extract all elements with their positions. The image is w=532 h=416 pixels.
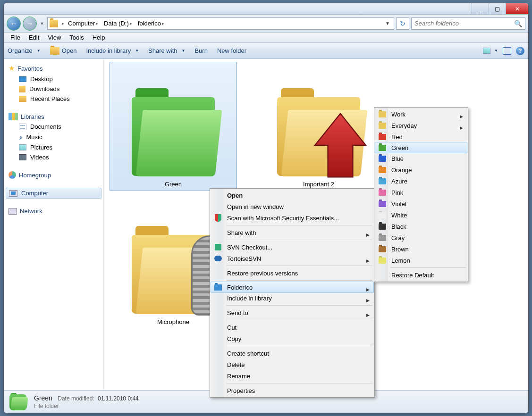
ctx-main-item-svn-checkout[interactable]: SVN Checkout... xyxy=(211,241,373,253)
folder-icon xyxy=(271,88,366,178)
sidebar-item-pictures[interactable]: Pictures xyxy=(6,142,101,152)
ctx-color-item-azure[interactable]: Azure xyxy=(375,175,467,187)
ctx-main-item-restore-previous-versions[interactable]: Restore previous versions xyxy=(211,267,373,279)
sidebar-item-downloads[interactable]: Downloads xyxy=(6,84,101,94)
new-folder-button[interactable]: New folder xyxy=(217,47,246,54)
ctx-main-item-cut[interactable]: Cut xyxy=(211,322,373,333)
ctx-main-item-properties[interactable]: Properties xyxy=(211,385,373,396)
desktop-icon xyxy=(19,76,26,82)
ctx-main-item-open[interactable]: Open xyxy=(211,190,373,201)
ctx-main-item-folderico[interactable]: FolderIco xyxy=(211,282,374,293)
ctx-main-item-include-in-library[interactable]: Include in library xyxy=(211,292,373,304)
preview-pane-button[interactable] xyxy=(503,47,511,55)
sidebar-item-network[interactable]: Network xyxy=(6,206,101,216)
folder-icon xyxy=(50,20,58,27)
folder-tile-green[interactable]: Green xyxy=(110,62,237,191)
nav-forward-button[interactable]: → xyxy=(23,17,37,31)
ctx-color-item-restore-default[interactable]: Restore Default xyxy=(375,269,467,281)
menu-edit[interactable]: Edit xyxy=(25,33,43,42)
color-folder-icon xyxy=(378,133,387,141)
status-item-type: File folder xyxy=(34,403,139,409)
breadcrumb-computer[interactable]: Computer▸ xyxy=(66,19,100,27)
sidebar-item-music[interactable]: ♪Music xyxy=(6,132,101,142)
sidebar-item-documents[interactable]: Documents xyxy=(6,122,101,132)
refresh-button[interactable]: ↻ xyxy=(396,17,409,30)
ctx-main-item-create-shortcut[interactable]: Create shortcut xyxy=(211,348,373,359)
ctx-color-item-lemon[interactable]: Lemon xyxy=(375,255,467,266)
ctx-main-item-copy[interactable]: Copy xyxy=(211,333,373,344)
ctx-main-item-scan-with-microsoft-security-essentials[interactable]: Scan with Microsoft Security Essentials.… xyxy=(211,212,373,224)
help-button[interactable]: ? xyxy=(516,47,524,55)
refresh-icon: ↻ xyxy=(400,20,405,27)
arrow-right-icon: → xyxy=(26,19,34,27)
homegroup-icon xyxy=(8,171,16,179)
thumbnail-icon xyxy=(483,48,490,54)
search-input[interactable] xyxy=(414,20,514,27)
address-bar[interactable]: ▸ Computer▸ Data (D:)▸ folderico▸ ▼ xyxy=(47,17,394,30)
close-button[interactable]: ✕ xyxy=(506,3,528,14)
status-thumbnail xyxy=(8,393,27,411)
sidebar-item-videos[interactable]: Videos xyxy=(6,152,101,162)
network-icon xyxy=(8,208,17,215)
ctx-color-item-orange[interactable]: Orange xyxy=(375,164,467,175)
ctx-color-item-work[interactable]: Work xyxy=(375,108,467,120)
star-icon: ★ xyxy=(8,64,15,73)
ctx-color-item-blue[interactable]: Blue xyxy=(375,153,467,164)
color-folder-icon xyxy=(378,245,387,253)
minimize-button[interactable]: _ xyxy=(472,3,489,14)
sidebar-item-homegroup[interactable]: Homegroup xyxy=(6,170,101,180)
sidebar-item-desktop[interactable]: Desktop xyxy=(6,74,101,84)
ctx-color-item-red[interactable]: Red xyxy=(375,131,467,142)
maximize-button[interactable]: ▢ xyxy=(489,3,506,14)
ctx-main-item-open-in-new-window[interactable]: Open in new window xyxy=(211,201,373,212)
menu-file[interactable]: File xyxy=(7,33,24,42)
folder-tile-important-2[interactable]: Important 2 xyxy=(255,62,382,191)
pictures-icon xyxy=(19,144,26,150)
menu-tools[interactable]: Tools xyxy=(66,33,87,42)
sidebar-item-recent-places[interactable]: Recent Places xyxy=(6,94,101,104)
ctx-color-item-green[interactable]: Green xyxy=(375,142,467,153)
address-dropdown[interactable]: ▼ xyxy=(383,20,392,27)
ctx-main-item-share-with[interactable]: Share with xyxy=(211,227,373,238)
view-mode-button[interactable]: ▼ xyxy=(483,48,498,54)
svn-icon xyxy=(214,243,222,251)
ctx-main-item-rename[interactable]: Rename xyxy=(211,370,373,382)
sidebar-libraries-header[interactable]: Libraries xyxy=(6,111,101,122)
share-with-button[interactable]: Share with xyxy=(148,47,185,54)
burn-button[interactable]: Burn xyxy=(194,47,207,54)
menu-view[interactable]: View xyxy=(44,33,65,42)
organize-button[interactable]: Organize xyxy=(8,47,41,54)
videos-icon xyxy=(19,154,26,160)
nav-bar: ← → ▼ ▸ Computer▸ Data (D:)▸ folderico▸ … xyxy=(4,15,528,33)
nav-back-button[interactable]: ← xyxy=(7,17,21,31)
documents-icon xyxy=(19,124,26,130)
breadcrumb-folderico[interactable]: folderico▸ xyxy=(136,19,166,27)
ctx-main-item-send-to[interactable]: Send to xyxy=(211,307,373,318)
ctx-color-item-brown[interactable]: Brown xyxy=(375,243,467,255)
explorer-window: _ ▢ ✕ ← → ▼ ▸ Computer▸ Data (D:)▸ folde… xyxy=(3,3,529,413)
color-folder-icon xyxy=(378,143,387,152)
status-item-name: Green xyxy=(34,394,52,402)
include-library-button[interactable]: Include in library xyxy=(86,47,139,54)
ctx-color-item-black[interactable]: Black xyxy=(375,221,467,232)
nav-history-dropdown[interactable]: ▼ xyxy=(39,21,45,26)
ctx-main-item-tortoisesvn[interactable]: TortoiseSVN xyxy=(211,253,373,264)
sidebar-item-computer[interactable]: Computer xyxy=(6,188,101,199)
color-folder-icon xyxy=(378,166,387,174)
menu-help[interactable]: Help xyxy=(89,33,109,42)
computer-icon xyxy=(9,190,17,197)
context-menu-main: OpenOpen in new windowScan with Microsof… xyxy=(210,188,375,398)
search-box[interactable]: 🔍 xyxy=(411,17,525,30)
navigation-pane: ★Favorites Desktop Downloads Recent Plac… xyxy=(4,59,104,390)
ctx-color-item-gray[interactable]: Gray xyxy=(375,232,467,243)
sidebar-favorites-header[interactable]: ★Favorites xyxy=(6,63,101,74)
color-folder-icon xyxy=(378,256,387,265)
ctx-color-item-pink[interactable]: Pink xyxy=(375,187,467,198)
ctx-color-item-violet[interactable]: Violet xyxy=(375,198,467,209)
ctx-color-item-everyday[interactable]: Everyday xyxy=(375,120,467,131)
pane-icon xyxy=(503,47,511,55)
breadcrumb-data[interactable]: Data (D:)▸ xyxy=(102,19,134,27)
ctx-main-item-delete[interactable]: Delete xyxy=(211,359,373,370)
open-button[interactable]: Open xyxy=(50,47,77,55)
ctx-color-item-white[interactable]: White xyxy=(375,209,467,221)
